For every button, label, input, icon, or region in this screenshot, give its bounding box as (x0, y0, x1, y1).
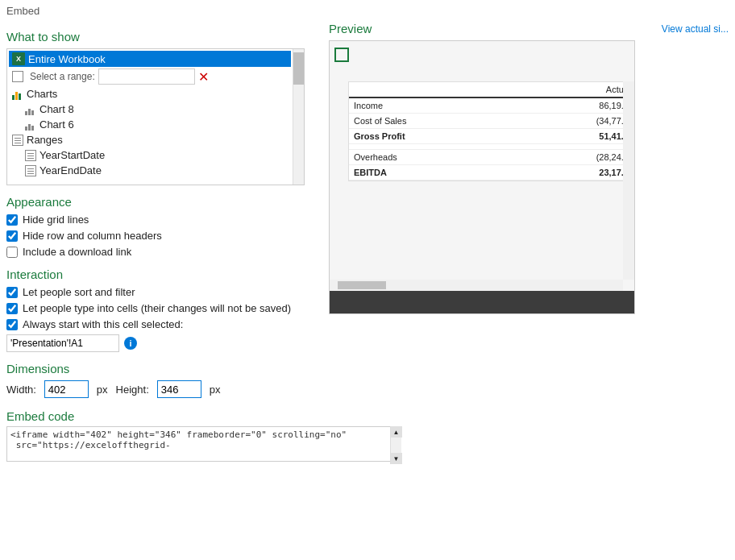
table-row: Gross Profit 51,41... (349, 129, 633, 144)
appearance-heading: Appearance (6, 195, 313, 209)
cell-ref-row: i (6, 334, 313, 352)
height-input[interactable] (157, 380, 201, 398)
tree-item-charts[interactable]: Charts (9, 86, 291, 102)
excel-icon: X (12, 52, 25, 65)
chart6-icon (25, 119, 36, 131)
height-unit: px (210, 384, 221, 396)
row-ebitda-label: EBITDA (349, 165, 519, 180)
sort-filter-checkbox[interactable] (6, 287, 18, 298)
preview-bottom-bar (330, 291, 634, 313)
hide-row-col-checkbox[interactable] (6, 230, 18, 242)
always-start-cell-row: Always start with this cell selected: (6, 318, 313, 330)
header-col-label (349, 82, 519, 97)
preview-table: Actua Income 86,19... Cost of Sales (34,… (349, 82, 633, 180)
row-overheads-label: Overheads (349, 150, 519, 165)
charts-icon (12, 89, 23, 100)
row-gp-value: 51,41... (519, 129, 633, 144)
embed-scrollbar[interactable]: ▲ ▼ (390, 426, 401, 464)
preview-frame: Actua Income 86,19... Cost of Sales (34,… (329, 40, 635, 314)
always-start-checkbox[interactable] (6, 319, 18, 330)
type-cells-row: Let people type into cells (their change… (6, 302, 313, 314)
sheet-icon (12, 71, 23, 82)
hide-grid-lines-label: Hide grid lines (23, 214, 89, 226)
tree-scrollbar-thumb (293, 52, 304, 85)
row-cos-value: (34,77... (519, 114, 633, 129)
preview-header: Preview View actual si... (329, 22, 729, 35)
width-input[interactable] (44, 380, 89, 398)
select-range-input[interactable] (98, 68, 195, 85)
sort-filter-label: Let people sort and filter (23, 286, 135, 298)
interaction-heading: Interaction (6, 268, 313, 281)
what-to-show-heading: What to show (6, 30, 313, 44)
table-row (349, 144, 633, 150)
row-income-value: 86,19... (519, 97, 633, 114)
tree-item-year-start-label: YearStartDate (39, 149, 105, 161)
year-start-icon (25, 150, 36, 161)
preview-spreadsheet: Actua Income 86,19... Cost of Sales (34,… (348, 81, 634, 181)
tree-item-chart6-label: Chart 6 (39, 118, 74, 131)
what-to-show-tree[interactable]: X Entire Workbook Select a range: ✕ (6, 48, 305, 185)
width-unit: px (97, 384, 108, 396)
embed-scroll-down[interactable]: ▼ (391, 453, 402, 464)
preview-title: Preview (329, 22, 372, 35)
embed-code-textarea[interactable] (6, 426, 401, 462)
tree-scrollbar[interactable] (293, 49, 304, 185)
dimensions-row: Width: px Height: px (6, 380, 313, 398)
year-end-icon (25, 165, 36, 176)
tree-item-charts-label: Charts (27, 88, 57, 100)
include-download-label: Include a download link (23, 246, 131, 258)
tree-item-entire-workbook-label: Entire Workbook (28, 53, 106, 65)
table-row: Overheads (28,24... (349, 150, 633, 165)
height-label: Height: (116, 384, 149, 396)
tree-item-year-start-date[interactable]: YearStartDate (9, 147, 291, 163)
always-start-label: Always start with this cell selected: (23, 318, 183, 330)
table-row: Cost of Sales (34,77... (349, 114, 633, 129)
table-row: EBITDA 23,17... (349, 165, 633, 180)
preview-scrollbar-h[interactable] (330, 280, 623, 291)
tree-item-chart-6[interactable]: Chart 6 (9, 117, 291, 132)
header-col-actual: Actua (519, 82, 633, 97)
type-cells-label: Let people type into cells (their change… (23, 302, 291, 314)
tree-item-entire-workbook[interactable]: X Entire Workbook (9, 51, 291, 67)
view-actual-size-link[interactable]: View actual si... (662, 23, 729, 35)
page-title: Embed (0, 0, 735, 20)
chart8-icon (25, 104, 36, 115)
ranges-icon (12, 135, 23, 146)
tree-item-year-end-date[interactable]: YearEndDate (9, 163, 291, 178)
include-download-row: Include a download link (6, 246, 313, 258)
table-row: Income 86,19... (349, 97, 633, 114)
preview-table-header: Actua (349, 82, 633, 97)
hide-grid-lines-row: Hide grid lines (6, 214, 313, 226)
sort-filter-row: Let people sort and filter (6, 286, 313, 298)
row-income-label: Income (349, 97, 519, 114)
embed-scroll-up[interactable]: ▲ (391, 426, 402, 438)
row-cos-label: Cost of Sales (349, 114, 519, 129)
width-label: Width: (6, 384, 36, 396)
clear-icon[interactable]: ✕ (198, 69, 209, 85)
tree-item-year-end-label: YearEndDate (39, 164, 102, 176)
tree-item-ranges[interactable]: Ranges (9, 132, 291, 147)
type-cells-checkbox[interactable] (6, 303, 18, 314)
row-overheads-value: (28,24... (519, 150, 633, 165)
row-gp-label: Gross Profit (349, 129, 519, 144)
embed-code-heading: Embed code (6, 409, 313, 423)
hide-grid-lines-checkbox[interactable] (6, 214, 18, 226)
include-download-checkbox[interactable] (6, 247, 18, 258)
cell-ref-input[interactable] (6, 334, 119, 352)
row-ebitda-value: 23,17... (519, 165, 633, 180)
embed-code-container: ▲ ▼ (6, 426, 401, 464)
right-panel: Preview View actual si... Actua (329, 20, 729, 464)
hide-row-col-label: Hide row and column headers (23, 230, 162, 242)
left-panel: What to show X Entire Workbook Select a … (6, 20, 313, 464)
select-range-label: Select a range: (30, 71, 95, 82)
preview-scroll-thumb (338, 281, 386, 289)
tree-item-chart-8[interactable]: Chart 8 (9, 102, 291, 117)
preview-scrollbar-v[interactable] (623, 81, 634, 280)
preview-cell-indicator (334, 48, 349, 62)
hide-row-col-row: Hide row and column headers (6, 230, 313, 242)
tree-item-chart8-label: Chart 8 (39, 103, 74, 115)
select-range-row: Select a range: ✕ (9, 67, 291, 86)
info-icon[interactable]: i (124, 337, 137, 350)
tree-item-ranges-label: Ranges (27, 134, 63, 146)
dimensions-heading: Dimensions (6, 362, 313, 375)
